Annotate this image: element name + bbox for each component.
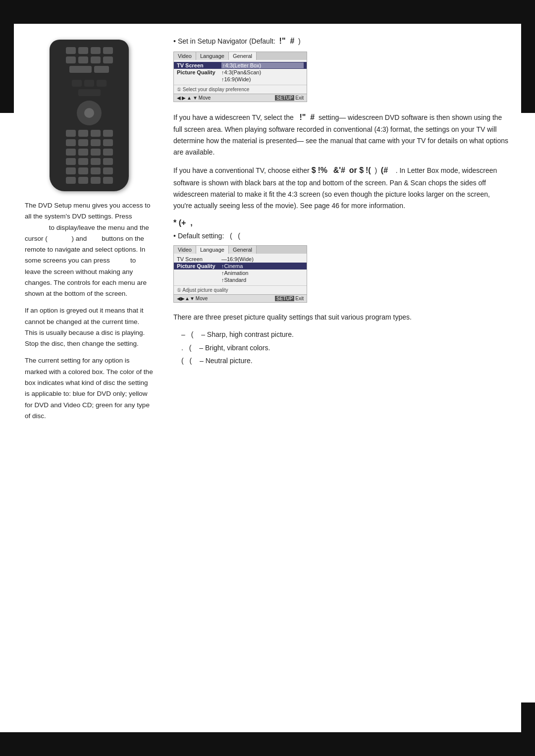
remote-btn-6[interactable] [78, 56, 88, 63]
remote-btn-dark-3[interactable] [97, 80, 107, 87]
remote-btn-27[interactable] [91, 167, 101, 174]
left-column: The DVD Setup menu gives you access to a… [25, 30, 154, 726]
left-para1: The DVD Setup menu gives you access to a… [25, 200, 154, 299]
remote-btn-14[interactable] [78, 139, 88, 146]
conventional-text: If you have a conventional TV, choose ei… [173, 164, 510, 212]
remote-btn-11[interactable] [91, 130, 101, 137]
bullet-char: • [173, 36, 176, 47]
remote-btn-20[interactable] [103, 149, 113, 156]
remote-btn-18[interactable] [78, 149, 88, 156]
remote-control [50, 40, 129, 191]
preset-desc-2: – Bright, vibrant colors. [195, 342, 270, 353]
remote-btn-21[interactable] [66, 158, 76, 165]
remote-btn-22[interactable] [78, 158, 88, 165]
remote-btn-2[interactable] [78, 47, 88, 54]
nav2-exit-label: Exit [295, 296, 304, 301]
nav2-label-empty2 [177, 277, 221, 283]
nav2-move-btn: ◀▶▲▼ Move [177, 296, 208, 301]
remote-btn-dark-2[interactable] [84, 80, 94, 87]
remote-btn-28[interactable] [103, 167, 113, 174]
remote-btn-26[interactable] [78, 167, 88, 174]
nav-row2-animation: ↑Animation [174, 270, 307, 276]
preset-cinema: – ( – Sharp, high contrast picture. [173, 329, 510, 340]
nav-label-tvscreen: TV Screen [177, 62, 221, 68]
remote-btn-29[interactable] [66, 177, 76, 184]
remote-btn-17[interactable] [66, 149, 76, 156]
remote-btn-23[interactable] [91, 158, 101, 165]
nav2-value-animation: ↑Animation [221, 270, 248, 276]
nav-row-picquality: Picture Quality ↑4:3(Pan&Scan) [174, 69, 307, 76]
remote-center[interactable] [84, 108, 94, 118]
setup-label: SETUP [275, 95, 294, 101]
circle-icon-2: ▶ [182, 95, 186, 101]
nav-row-wide: ↑16:9(Wide) [174, 76, 307, 83]
nav-screenshot-1: Video Language General TV Screen ↑4:3(Le… [173, 52, 307, 102]
content-area: The DVD Setup menu gives you access to a… [25, 30, 510, 726]
nav-tab-video-2: Video [174, 246, 196, 254]
remote-btn-1[interactable] [66, 47, 76, 54]
preset-paren-3: ( [181, 355, 184, 366]
nav-hint-2: ① Adjust picture quality [174, 285, 307, 294]
nav-row2-picquality: Picture Quality ↑Cinema [174, 263, 307, 270]
remote-btn-30[interactable] [78, 177, 88, 184]
nav2-move-label: Move [196, 296, 208, 301]
left-text-area: The DVD Setup menu gives you access to a… [25, 200, 154, 422]
nav2-value-standard: ↑Standard [221, 277, 246, 283]
section2-heading-text: * (+ , [173, 218, 193, 227]
remote-btn-8[interactable] [103, 56, 113, 63]
remote-btn-3[interactable] [91, 47, 101, 54]
nav-value-wide: ↑16:9(Wide) [221, 76, 304, 82]
nav2-setup-btn: SETUP Exit [275, 296, 304, 301]
remote-btn-9[interactable] [66, 130, 76, 137]
default-setting-text: Default setting: ( ( [178, 230, 240, 241]
triangle-up-1: ▲ [187, 95, 192, 101]
remote-dpad[interactable] [77, 101, 102, 125]
circle-icon-1: ◀ [177, 95, 181, 101]
default-setting-line: • Default setting: ( ( [173, 230, 510, 241]
nav-row2-standard: ↑Standard [174, 276, 307, 283]
remote-btn-13[interactable] [66, 139, 76, 146]
nav-tab-general-2: General [229, 246, 257, 254]
remote-btn-24[interactable] [103, 158, 113, 165]
nav2-label-tvscreen: TV Screen [177, 256, 221, 262]
or-symbol: or $ [349, 166, 364, 174]
nav-content-1: TV Screen ↑4:3(Letter Box) Picture Quali… [174, 60, 307, 85]
bottom-bar [0, 732, 535, 756]
nav-content-2: TV Screen —16:9(Wide) Picture Quality ↑C… [174, 254, 307, 285]
nav2-label-empty1 [177, 270, 221, 276]
nav-value-tvscreen: ↑4:3(Letter Box) [221, 62, 304, 68]
nav2-value-cinema: ↑Cinema [221, 263, 243, 269]
bullet-char-2: • [173, 230, 176, 241]
remote-btn-5[interactable] [66, 56, 76, 63]
remote-btn-wide-1[interactable] [69, 66, 92, 73]
remote-btn-15[interactable] [91, 139, 101, 146]
nav-tab-general-1: General [229, 52, 257, 60]
widescreen-text: If you have a widescreen TV, select the … [173, 111, 510, 159]
setup-navigator-line: • Set in Setup Navigator (Default: !" # … [173, 35, 510, 48]
nav2-setup-label: SETUP [275, 296, 294, 301]
remote-btn-25[interactable] [66, 167, 76, 174]
remote-btn-19[interactable] [91, 149, 101, 156]
preset-dot-2: . [181, 342, 183, 353]
remote-btn-med-1[interactable] [94, 66, 109, 73]
nav-tabs-2: Video Language General [174, 246, 307, 254]
right-tab [521, 24, 535, 113]
nav-footer-2: ◀▶▲▼ Move SETUP Exit [174, 294, 307, 302]
nav-value-panscan: ↑4:3(Pan&Scan) [221, 69, 304, 75]
remote-btn-16[interactable] [103, 139, 113, 146]
nav2-value-wide: —16:9(Wide) [221, 256, 254, 262]
triangle-down-1: ▼ [193, 95, 198, 101]
nav-screenshot-2: Video Language General TV Screen —16:9(W… [173, 245, 307, 303]
remote-btn-dark-1[interactable] [72, 80, 82, 87]
remote-btn-4[interactable] [103, 47, 113, 54]
remote-center-group[interactable] [78, 89, 101, 96]
remote-btn-31[interactable] [91, 177, 101, 184]
remote-btn-32[interactable] [103, 177, 113, 184]
left-para2: If an option is greyed out it means that… [25, 305, 154, 349]
remote-btn-10[interactable] [78, 130, 88, 137]
section2-heading: * (+ , [173, 218, 510, 227]
remote-btn-12[interactable] [103, 130, 113, 137]
nav-footer-1: ◀ ▶ ▲ ▼ Move SETUP Exit [174, 94, 307, 102]
remote-btn-7[interactable] [91, 56, 101, 63]
nav-row-tvscreen: TV Screen ↑4:3(Letter Box) [174, 62, 307, 69]
